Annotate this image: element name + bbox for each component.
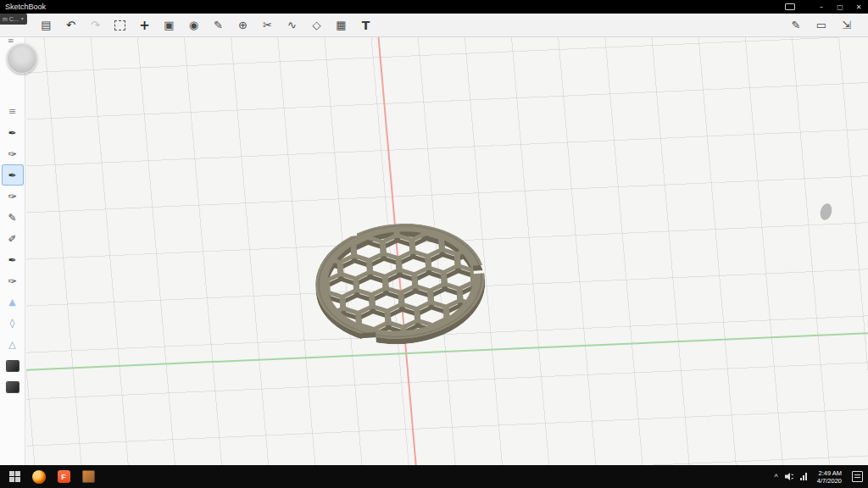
- windows-logo-icon: [9, 471, 20, 482]
- brush-icon: ✑: [8, 148, 16, 160]
- text-tool-icon[interactable]: T: [353, 15, 378, 36]
- crop-icon[interactable]: ▣: [157, 15, 181, 36]
- system-tablet-icon: [785, 3, 795, 10]
- lasso-icon[interactable]: ◇: [304, 15, 329, 36]
- brush-library-icon: ≡: [8, 106, 16, 117]
- brush-icon: ✒: [8, 254, 16, 266]
- network-icon[interactable]: [800, 473, 807, 480]
- f-app-icon: F: [58, 470, 70, 483]
- droplet-brush-icon: ◊: [10, 318, 14, 329]
- windows-taskbar: F ^ 2:49 AM 4/7/2020: [0, 465, 868, 488]
- start-button[interactable]: [7, 469, 22, 485]
- brush-icon: ✎: [8, 212, 16, 224]
- tray-chevron-icon[interactable]: ^: [775, 473, 778, 481]
- sidebar-brush-1[interactable]: ✒: [2, 122, 24, 143]
- close-button[interactable]: ✕: [849, 0, 868, 14]
- brush-sidebar: ≡ ✒ ✑ ✒ ✑ ✎ ✐ ✒ ✑ ▲ ◊ △: [0, 36, 25, 465]
- taskbar-clock[interactable]: 2:49 AM 4/7/2020: [814, 469, 845, 485]
- brush-icon: ✒: [8, 127, 16, 139]
- brush-icon: ✒: [8, 169, 16, 181]
- system-tray: ^ 2:49 AM 4/7/2020: [775, 469, 868, 485]
- main-toolbar: ▤ ↶ ↷ + ▣ ◉ ✎ ⊕ ✂ ∿ ◇ ▦ T ✎ ▭ ⇲: [0, 14, 868, 37]
- texture-swatch-icon: [7, 382, 19, 392]
- undo-icon[interactable]: ↶: [58, 15, 83, 36]
- taskbar-apps: F: [0, 469, 775, 485]
- sidebar-brush-5[interactable]: ✎: [2, 207, 24, 228]
- curve-icon[interactable]: ∿: [280, 15, 304, 36]
- sidebar-texture-swatch-2[interactable]: [2, 376, 24, 397]
- scissors-icon[interactable]: ✂: [255, 15, 280, 36]
- sidebar-brush-8[interactable]: ✑: [2, 270, 24, 291]
- titlebar: SketchBook – ▢ ✕: [0, 0, 868, 14]
- corner-tab[interactable]: m C... ▾: [0, 14, 27, 25]
- fullscreen-icon[interactable]: ⇲: [834, 15, 860, 36]
- document-menu-icon[interactable]: ▤: [34, 15, 58, 36]
- swatch-app-icon: [82, 470, 95, 483]
- brush-icon: ✑: [8, 275, 16, 287]
- sidebar-texture-swatch-1[interactable]: [2, 355, 24, 376]
- pen-brush-icon[interactable]: ✎: [783, 15, 809, 36]
- clock-date: 4/7/2020: [817, 477, 842, 485]
- corner-tab-label: m C...: [3, 14, 19, 25]
- sidebar-brush-droplet[interactable]: ◊: [2, 313, 24, 334]
- window-title: SketchBook: [0, 3, 785, 11]
- honeycomb-disc-object[interactable]: [290, 197, 510, 366]
- sidebar-brush-4[interactable]: ✑: [2, 186, 24, 207]
- dashed-box-glyph: [114, 20, 125, 30]
- sidebar-brush-library[interactable]: ≡: [2, 101, 24, 122]
- image-icon[interactable]: ▦: [329, 15, 353, 36]
- speaker-icon[interactable]: [785, 473, 793, 480]
- sidebar-brush-3-selected[interactable]: ✒: [2, 164, 24, 186]
- sidebar-brush-cone-outline[interactable]: △: [2, 334, 24, 355]
- cone-outline-brush-icon: △: [8, 339, 15, 350]
- taskbar-app-swatch[interactable]: [81, 469, 96, 485]
- perspective-grid-icon[interactable]: ⊕: [231, 15, 255, 36]
- canvas-frame-icon[interactable]: ▭: [809, 15, 834, 36]
- redo-icon[interactable]: ↷: [83, 15, 108, 36]
- sidebar-brush-cone[interactable]: ▲: [2, 291, 24, 313]
- clock-time: 2:49 AM: [818, 469, 842, 477]
- brush-puck[interactable]: [7, 43, 37, 74]
- sphere-icon[interactable]: ◉: [181, 15, 206, 36]
- sidebar-brush-6[interactable]: ✐: [2, 228, 24, 249]
- pencil-icon[interactable]: ✎: [206, 15, 231, 36]
- brush-icon: ✐: [8, 233, 16, 245]
- brush-icon: ✑: [8, 191, 16, 202]
- maximize-button[interactable]: ▢: [831, 0, 849, 14]
- firefox-icon: [32, 470, 46, 484]
- sidebar-brush-7[interactable]: ✒: [2, 249, 24, 270]
- chevron-down-icon: ▾: [21, 14, 24, 25]
- minimize-button[interactable]: –: [812, 0, 831, 14]
- taskbar-firefox[interactable]: [31, 469, 47, 485]
- marquee-select-icon[interactable]: [108, 15, 132, 36]
- move-icon[interactable]: +: [132, 15, 157, 36]
- texture-swatch-icon: [7, 361, 19, 371]
- cone-brush-icon: ▲: [8, 297, 15, 308]
- action-center-icon[interactable]: [852, 471, 863, 482]
- taskbar-app-f[interactable]: F: [56, 469, 71, 485]
- puck-menu-icon[interactable]: ≡: [8, 37, 14, 45]
- sidebar-brush-2[interactable]: ✑: [2, 143, 24, 164]
- canvas-viewport[interactable]: [26, 37, 868, 465]
